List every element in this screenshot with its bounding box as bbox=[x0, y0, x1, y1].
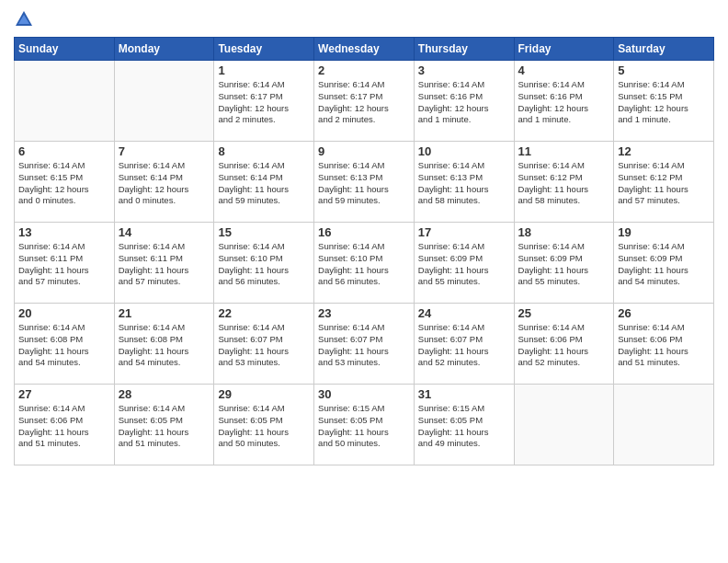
calendar-cell: 15Sunrise: 6:14 AM Sunset: 6:10 PM Dayli… bbox=[214, 223, 314, 304]
calendar-cell: 28Sunrise: 6:14 AM Sunset: 6:05 PM Dayli… bbox=[114, 385, 214, 465]
calendar-cell bbox=[514, 385, 614, 465]
weekday-header: Thursday bbox=[414, 38, 514, 61]
calendar-cell: 24Sunrise: 6:14 AM Sunset: 6:07 PM Dayli… bbox=[414, 304, 514, 385]
day-info: Sunrise: 6:14 AM Sunset: 6:05 PM Dayligh… bbox=[218, 403, 310, 450]
calendar-cell: 31Sunrise: 6:15 AM Sunset: 6:05 PM Dayli… bbox=[414, 385, 514, 465]
day-info: Sunrise: 6:14 AM Sunset: 6:10 PM Dayligh… bbox=[318, 241, 410, 288]
day-number: 8 bbox=[218, 144, 310, 158]
calendar-cell: 18Sunrise: 6:14 AM Sunset: 6:09 PM Dayli… bbox=[514, 223, 614, 304]
calendar-cell: 14Sunrise: 6:14 AM Sunset: 6:11 PM Dayli… bbox=[114, 223, 214, 304]
calendar-week-row: 27Sunrise: 6:14 AM Sunset: 6:06 PM Dayli… bbox=[15, 385, 714, 465]
calendar-table: SundayMondayTuesdayWednesdayThursdayFrid… bbox=[14, 37, 714, 465]
calendar-cell bbox=[114, 61, 214, 142]
day-info: Sunrise: 6:14 AM Sunset: 6:16 PM Dayligh… bbox=[418, 79, 510, 126]
calendar-cell: 20Sunrise: 6:14 AM Sunset: 6:08 PM Dayli… bbox=[15, 304, 115, 385]
day-number: 21 bbox=[119, 306, 210, 320]
calendar-cell: 2Sunrise: 6:14 AM Sunset: 6:17 PM Daylig… bbox=[314, 61, 415, 142]
day-number: 18 bbox=[518, 225, 610, 239]
calendar-cell bbox=[15, 61, 115, 142]
day-number: 5 bbox=[618, 63, 710, 77]
weekday-header: Friday bbox=[514, 38, 614, 61]
day-number: 1 bbox=[218, 63, 310, 77]
day-number: 31 bbox=[418, 387, 510, 401]
calendar-cell: 3Sunrise: 6:14 AM Sunset: 6:16 PM Daylig… bbox=[414, 61, 514, 142]
calendar-week-row: 13Sunrise: 6:14 AM Sunset: 6:11 PM Dayli… bbox=[15, 223, 714, 304]
day-info: Sunrise: 6:14 AM Sunset: 6:17 PM Dayligh… bbox=[218, 79, 310, 126]
day-number: 25 bbox=[518, 306, 610, 320]
day-info: Sunrise: 6:14 AM Sunset: 6:15 PM Dayligh… bbox=[618, 79, 710, 126]
calendar-cell: 5Sunrise: 6:14 AM Sunset: 6:15 PM Daylig… bbox=[614, 61, 714, 142]
day-number: 30 bbox=[318, 387, 410, 401]
weekday-header: Sunday bbox=[15, 38, 115, 61]
calendar-week-row: 20Sunrise: 6:14 AM Sunset: 6:08 PM Dayli… bbox=[15, 304, 714, 385]
day-number: 23 bbox=[318, 306, 410, 320]
day-info: Sunrise: 6:14 AM Sunset: 6:17 PM Dayligh… bbox=[318, 79, 410, 126]
day-number: 9 bbox=[318, 144, 410, 158]
calendar-cell: 1Sunrise: 6:14 AM Sunset: 6:17 PM Daylig… bbox=[214, 61, 314, 142]
day-info: Sunrise: 6:14 AM Sunset: 6:11 PM Dayligh… bbox=[18, 241, 110, 288]
calendar-cell: 16Sunrise: 6:14 AM Sunset: 6:10 PM Dayli… bbox=[314, 223, 415, 304]
weekday-header: Monday bbox=[114, 38, 214, 61]
page: SundayMondayTuesdayWednesdayThursdayFrid… bbox=[0, 0, 728, 563]
day-info: Sunrise: 6:15 AM Sunset: 6:05 PM Dayligh… bbox=[318, 403, 410, 450]
calendar-cell: 6Sunrise: 6:14 AM Sunset: 6:15 PM Daylig… bbox=[15, 142, 115, 223]
logo bbox=[14, 9, 38, 29]
day-info: Sunrise: 6:14 AM Sunset: 6:05 PM Dayligh… bbox=[119, 403, 210, 450]
calendar-cell bbox=[614, 385, 714, 465]
calendar-cell: 23Sunrise: 6:14 AM Sunset: 6:07 PM Dayli… bbox=[314, 304, 415, 385]
day-number: 19 bbox=[618, 225, 710, 239]
calendar-cell: 27Sunrise: 6:14 AM Sunset: 6:06 PM Dayli… bbox=[15, 385, 115, 465]
weekday-header: Saturday bbox=[614, 38, 714, 61]
calendar-cell: 17Sunrise: 6:14 AM Sunset: 6:09 PM Dayli… bbox=[414, 223, 514, 304]
calendar-cell: 7Sunrise: 6:14 AM Sunset: 6:14 PM Daylig… bbox=[114, 142, 214, 223]
header bbox=[14, 9, 714, 29]
day-number: 6 bbox=[18, 144, 110, 158]
day-info: Sunrise: 6:14 AM Sunset: 6:09 PM Dayligh… bbox=[518, 241, 610, 288]
day-number: 27 bbox=[18, 387, 110, 401]
day-number: 10 bbox=[418, 144, 510, 158]
calendar-cell: 11Sunrise: 6:14 AM Sunset: 6:12 PM Dayli… bbox=[514, 142, 614, 223]
calendar-cell: 22Sunrise: 6:14 AM Sunset: 6:07 PM Dayli… bbox=[214, 304, 314, 385]
day-number: 29 bbox=[218, 387, 310, 401]
day-info: Sunrise: 6:14 AM Sunset: 6:06 PM Dayligh… bbox=[18, 403, 110, 450]
day-number: 28 bbox=[119, 387, 210, 401]
day-info: Sunrise: 6:14 AM Sunset: 6:14 PM Dayligh… bbox=[218, 160, 310, 207]
day-number: 11 bbox=[518, 144, 610, 158]
day-info: Sunrise: 6:14 AM Sunset: 6:07 PM Dayligh… bbox=[318, 322, 410, 369]
calendar-cell: 9Sunrise: 6:14 AM Sunset: 6:13 PM Daylig… bbox=[314, 142, 415, 223]
day-info: Sunrise: 6:14 AM Sunset: 6:08 PM Dayligh… bbox=[18, 322, 110, 369]
day-number: 3 bbox=[418, 63, 510, 77]
day-number: 17 bbox=[418, 225, 510, 239]
calendar-header-row: SundayMondayTuesdayWednesdayThursdayFrid… bbox=[15, 38, 714, 61]
calendar-cell: 4Sunrise: 6:14 AM Sunset: 6:16 PM Daylig… bbox=[514, 61, 614, 142]
calendar-cell: 21Sunrise: 6:14 AM Sunset: 6:08 PM Dayli… bbox=[114, 304, 214, 385]
day-info: Sunrise: 6:14 AM Sunset: 6:12 PM Dayligh… bbox=[518, 160, 610, 207]
day-number: 4 bbox=[518, 63, 610, 77]
calendar-cell: 10Sunrise: 6:14 AM Sunset: 6:13 PM Dayli… bbox=[414, 142, 514, 223]
calendar-cell: 12Sunrise: 6:14 AM Sunset: 6:12 PM Dayli… bbox=[614, 142, 714, 223]
day-info: Sunrise: 6:14 AM Sunset: 6:13 PM Dayligh… bbox=[318, 160, 410, 207]
calendar-cell: 25Sunrise: 6:14 AM Sunset: 6:06 PM Dayli… bbox=[514, 304, 614, 385]
day-info: Sunrise: 6:14 AM Sunset: 6:14 PM Dayligh… bbox=[119, 160, 210, 207]
day-number: 7 bbox=[119, 144, 210, 158]
calendar-cell: 30Sunrise: 6:15 AM Sunset: 6:05 PM Dayli… bbox=[314, 385, 415, 465]
day-number: 15 bbox=[218, 225, 310, 239]
calendar-cell: 29Sunrise: 6:14 AM Sunset: 6:05 PM Dayli… bbox=[214, 385, 314, 465]
day-info: Sunrise: 6:14 AM Sunset: 6:16 PM Dayligh… bbox=[518, 79, 610, 126]
weekday-header: Tuesday bbox=[214, 38, 314, 61]
day-number: 2 bbox=[318, 63, 410, 77]
day-info: Sunrise: 6:14 AM Sunset: 6:06 PM Dayligh… bbox=[518, 322, 610, 369]
day-info: Sunrise: 6:14 AM Sunset: 6:15 PM Dayligh… bbox=[18, 160, 110, 207]
day-info: Sunrise: 6:14 AM Sunset: 6:10 PM Dayligh… bbox=[218, 241, 310, 288]
calendar-week-row: 6Sunrise: 6:14 AM Sunset: 6:15 PM Daylig… bbox=[15, 142, 714, 223]
day-number: 24 bbox=[418, 306, 510, 320]
calendar-cell: 13Sunrise: 6:14 AM Sunset: 6:11 PM Dayli… bbox=[15, 223, 115, 304]
day-info: Sunrise: 6:15 AM Sunset: 6:05 PM Dayligh… bbox=[418, 403, 510, 450]
logo-icon bbox=[14, 9, 34, 29]
day-number: 22 bbox=[218, 306, 310, 320]
day-info: Sunrise: 6:14 AM Sunset: 6:12 PM Dayligh… bbox=[618, 160, 710, 207]
day-number: 14 bbox=[119, 225, 210, 239]
day-number: 20 bbox=[18, 306, 110, 320]
day-info: Sunrise: 6:14 AM Sunset: 6:09 PM Dayligh… bbox=[618, 241, 710, 288]
day-info: Sunrise: 6:14 AM Sunset: 6:09 PM Dayligh… bbox=[418, 241, 510, 288]
